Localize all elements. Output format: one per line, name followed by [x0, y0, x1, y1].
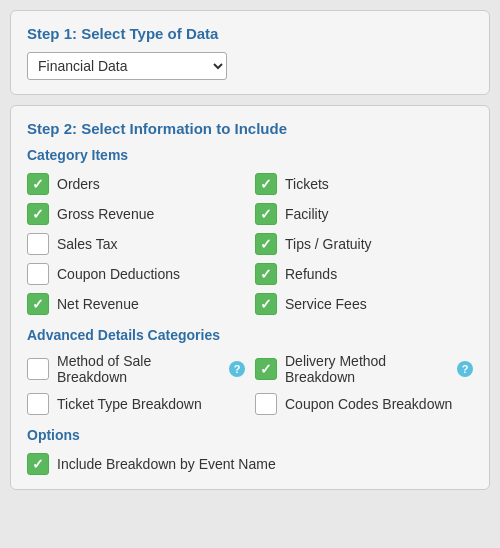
checkbox-refunds-label: Refunds [285, 266, 337, 282]
checkbox-tickets-box[interactable] [255, 173, 277, 195]
checkbox-net-revenue-box[interactable] [27, 293, 49, 315]
checkbox-ticket-type-box[interactable] [27, 393, 49, 415]
advanced-title: Advanced Details Categories [27, 327, 473, 343]
checkbox-coupon-codes[interactable]: Coupon Codes Breakdown [255, 393, 473, 415]
checkbox-gross-revenue[interactable]: Gross Revenue [27, 203, 245, 225]
checkbox-breakdown-event-label: Include Breakdown by Event Name [57, 456, 276, 472]
data-type-select[interactable]: Financial DataAttendance DataDemographic… [27, 52, 227, 80]
delivery-method-help-icon[interactable]: ? [457, 361, 473, 377]
checkbox-ticket-type-label: Ticket Type Breakdown [57, 396, 202, 412]
checkbox-tickets-label: Tickets [285, 176, 329, 192]
method-sale-help-icon[interactable]: ? [229, 361, 245, 377]
checkbox-net-revenue[interactable]: Net Revenue [27, 293, 245, 315]
checkbox-tips-label: Tips / Gratuity [285, 236, 372, 252]
checkbox-net-revenue-label: Net Revenue [57, 296, 139, 312]
checkbox-service-fees[interactable]: Service Fees [255, 293, 473, 315]
checkbox-delivery-method[interactable]: Delivery Method Breakdown ? [255, 353, 473, 385]
checkbox-sales-tax[interactable]: Sales Tax [27, 233, 245, 255]
step1-card: Step 1: Select Type of Data Financial Da… [10, 10, 490, 95]
checkbox-method-sale-label: Method of Sale Breakdown [57, 353, 219, 385]
checkbox-sales-tax-label: Sales Tax [57, 236, 117, 252]
checkbox-coupon-deductions-box[interactable] [27, 263, 49, 285]
checkbox-coupon-deductions-label: Coupon Deductions [57, 266, 180, 282]
checkbox-orders[interactable]: Orders [27, 173, 245, 195]
checkbox-breakdown-event[interactable]: Include Breakdown by Event Name [27, 453, 473, 475]
checkbox-tips-box[interactable] [255, 233, 277, 255]
checkbox-gross-revenue-box[interactable] [27, 203, 49, 225]
checkbox-tips[interactable]: Tips / Gratuity [255, 233, 473, 255]
checkbox-facility-box[interactable] [255, 203, 277, 225]
checkbox-delivery-method-box[interactable] [255, 358, 277, 380]
checkbox-tickets[interactable]: Tickets [255, 173, 473, 195]
checkbox-gross-revenue-label: Gross Revenue [57, 206, 154, 222]
checkbox-breakdown-event-box[interactable] [27, 453, 49, 475]
checkbox-facility[interactable]: Facility [255, 203, 473, 225]
checkbox-method-sale[interactable]: Method of Sale Breakdown ? [27, 353, 245, 385]
checkbox-ticket-type[interactable]: Ticket Type Breakdown [27, 393, 245, 415]
checkbox-refunds-box[interactable] [255, 263, 277, 285]
category-items-title: Category Items [27, 147, 473, 163]
checkbox-coupon-deductions[interactable]: Coupon Deductions [27, 263, 245, 285]
advanced-checkboxes: Method of Sale Breakdown ? Delivery Meth… [27, 353, 473, 415]
checkbox-sales-tax-box[interactable] [27, 233, 49, 255]
step2-title: Step 2: Select Information to Include [27, 120, 473, 137]
checkbox-facility-label: Facility [285, 206, 329, 222]
checkbox-refunds[interactable]: Refunds [255, 263, 473, 285]
checkbox-method-sale-box[interactable] [27, 358, 49, 380]
checkbox-orders-label: Orders [57, 176, 100, 192]
checkbox-service-fees-box[interactable] [255, 293, 277, 315]
checkbox-coupon-codes-label: Coupon Codes Breakdown [285, 396, 452, 412]
step2-card: Step 2: Select Information to Include Ca… [10, 105, 490, 490]
checkbox-delivery-method-label: Delivery Method Breakdown [285, 353, 447, 385]
step1-title: Step 1: Select Type of Data [27, 25, 473, 42]
checkbox-service-fees-label: Service Fees [285, 296, 367, 312]
category-checkboxes: Orders Tickets Gross Revenue Facility Sa… [27, 173, 473, 315]
options-title: Options [27, 427, 473, 443]
checkbox-orders-box[interactable] [27, 173, 49, 195]
checkbox-coupon-codes-box[interactable] [255, 393, 277, 415]
